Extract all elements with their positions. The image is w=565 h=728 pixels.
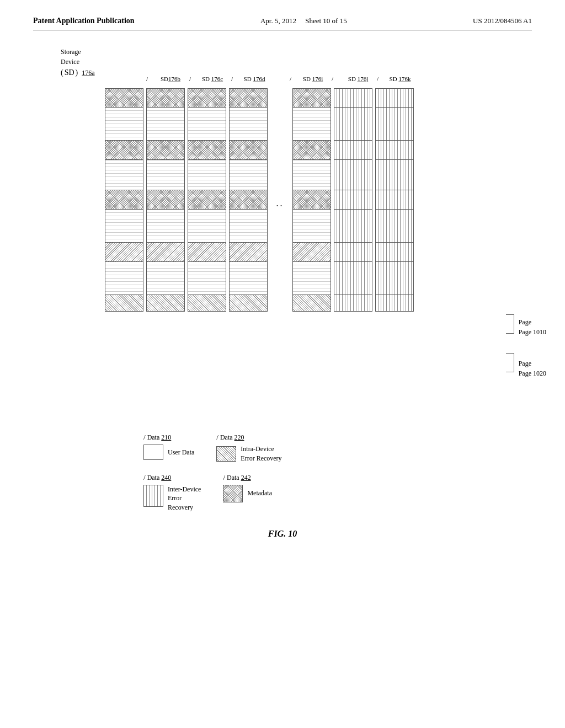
column-176d bbox=[229, 88, 268, 312]
column-176i bbox=[292, 88, 331, 312]
column-gap-dots: .. bbox=[270, 88, 290, 312]
column-176c bbox=[188, 88, 226, 312]
sd-176c-label: SD 176c bbox=[194, 76, 231, 82]
sd-176a-label: 176a bbox=[82, 68, 94, 78]
legend-240-text: Inter-DeviceErrorRecovery bbox=[168, 485, 201, 512]
legend-210-box bbox=[143, 445, 163, 460]
figure-label: FIG. 10 bbox=[268, 529, 297, 538]
legend-data242: / Data 242 Metadata bbox=[223, 473, 272, 512]
legend-area: / Data 210 User Data / Data 220 Intra-De… bbox=[143, 433, 532, 463]
columns-group: .. bbox=[105, 88, 414, 312]
sd-labels-row: / SD176b / SD 176c / SD 176d / SD 176i /… bbox=[105, 76, 419, 82]
legend-242-text: Metadata bbox=[247, 489, 272, 497]
legend-data240: / Data 240 Inter-DeviceErrorRecovery bbox=[143, 473, 201, 512]
legend-data210: / Data 210 User Data bbox=[143, 433, 194, 463]
sd-176d-label: SD 176d bbox=[236, 76, 273, 82]
pub-date: Apr. 5, 2012 bbox=[260, 17, 296, 25]
storage-device-label: StorageDevice (SD) 176a bbox=[61, 47, 95, 78]
column-176k bbox=[375, 88, 414, 312]
figure-caption: FIG. 10 bbox=[33, 529, 532, 539]
legend-220-text: Intra-DeviceError Recovery bbox=[241, 445, 281, 463]
column-176j bbox=[334, 88, 372, 312]
page-header: Patent Application Publication Apr. 5, 2… bbox=[33, 17, 532, 30]
page-1020-label: PagePage 1020 bbox=[519, 358, 546, 378]
page: Patent Application Publication Apr. 5, 2… bbox=[0, 0, 565, 728]
column-176b bbox=[146, 88, 185, 312]
legend-data220: / Data 220 Intra-DeviceError Recovery bbox=[216, 433, 281, 463]
sd-176i-label: SD 176i bbox=[294, 76, 332, 82]
date-sheet: Apr. 5, 2012 Sheet 10 of 15 bbox=[260, 17, 347, 25]
legend-210-text: User Data bbox=[168, 448, 194, 457]
legend-242-box bbox=[223, 485, 243, 502]
column-176a bbox=[105, 88, 143, 312]
sd-176k-label: SD 176k bbox=[381, 76, 419, 82]
publication-label: Patent Application Publication bbox=[33, 17, 135, 25]
sd-176b-label: SD176b bbox=[152, 76, 189, 82]
page-1010-bracket bbox=[506, 314, 514, 334]
legend-area-2: / Data 240 Inter-DeviceErrorRecovery / D… bbox=[143, 473, 532, 512]
sd-176j-label: SD 176j bbox=[339, 76, 377, 82]
page-1020-bracket bbox=[506, 353, 514, 372]
dots: .. bbox=[276, 199, 284, 208]
page-1010-label: PagePage 1010 bbox=[519, 317, 546, 337]
sheet-number: Sheet 10 of 15 bbox=[305, 17, 347, 25]
legend-240-box bbox=[143, 485, 163, 507]
patent-number: US 2012/084506 A1 bbox=[473, 17, 532, 25]
legend-220-box bbox=[216, 446, 236, 462]
